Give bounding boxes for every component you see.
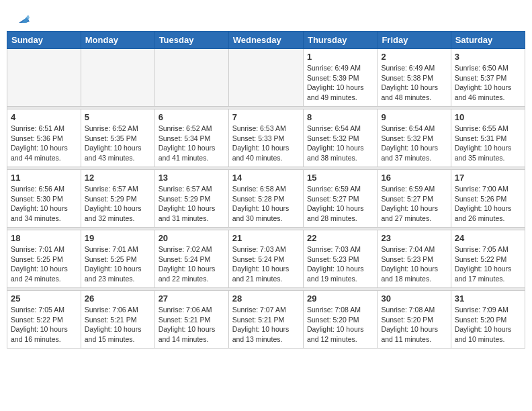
day-cell: 20Sunrise: 7:02 AMSunset: 5:24 PMDayligh… [154, 230, 228, 288]
day-cell: 14Sunrise: 6:58 AMSunset: 5:28 PMDayligh… [228, 170, 303, 228]
day-info: Sunrise: 7:06 AMSunset: 5:21 PMDaylight:… [159, 305, 225, 345]
day-cell [228, 49, 303, 107]
week-row-1: 1Sunrise: 6:49 AMSunset: 5:39 PMDaylight… [7, 49, 525, 107]
day-info: Sunrise: 7:00 AMSunset: 5:26 PMDaylight:… [455, 184, 521, 224]
day-number: 4 [11, 112, 77, 122]
day-number: 24 [455, 233, 521, 243]
day-number: 29 [307, 293, 373, 304]
day-cell: 29Sunrise: 7:08 AMSunset: 5:20 PMDayligh… [303, 291, 377, 349]
day-info: Sunrise: 7:03 AMSunset: 5:23 PMDaylight:… [307, 244, 373, 284]
day-number: 19 [85, 233, 151, 243]
day-info: Sunrise: 6:49 AMSunset: 5:38 PMDaylight:… [381, 63, 447, 103]
day-info: Sunrise: 6:54 AMSunset: 5:32 PMDaylight:… [307, 124, 373, 163]
day-info: Sunrise: 6:56 AMSunset: 5:30 PMDaylight:… [11, 184, 77, 224]
day-info: Sunrise: 7:08 AMSunset: 5:20 PMDaylight:… [307, 305, 373, 345]
day-cell: 26Sunrise: 7:06 AMSunset: 5:21 PMDayligh… [81, 291, 154, 349]
day-number: 16 [381, 173, 447, 183]
calendar: SundayMondayTuesdayWednesdayThursdayFrid… [7, 31, 525, 349]
day-info: Sunrise: 7:05 AMSunset: 5:22 PMDaylight:… [11, 305, 77, 345]
col-header-tuesday: Tuesday [154, 32, 228, 49]
col-header-sunday: Sunday [7, 32, 81, 49]
week-row-3: 11Sunrise: 6:56 AMSunset: 5:30 PMDayligh… [7, 170, 525, 228]
day-cell: 25Sunrise: 7:05 AMSunset: 5:22 PMDayligh… [7, 291, 81, 349]
day-number: 8 [307, 112, 373, 122]
day-number: 30 [381, 293, 447, 304]
day-info: Sunrise: 6:59 AMSunset: 5:27 PMDaylight:… [307, 184, 373, 224]
page-header [7, 7, 525, 27]
day-info: Sunrise: 7:03 AMSunset: 5:24 PMDaylight:… [232, 244, 300, 284]
day-cell [154, 49, 228, 107]
day-cell: 1Sunrise: 6:49 AMSunset: 5:39 PMDaylight… [303, 49, 377, 107]
day-info: Sunrise: 7:01 AMSunset: 5:25 PMDaylight:… [11, 244, 77, 284]
day-cell: 5Sunrise: 6:52 AMSunset: 5:35 PMDaylight… [81, 109, 154, 167]
day-number: 12 [85, 173, 151, 183]
day-cell: 2Sunrise: 6:49 AMSunset: 5:38 PMDaylight… [378, 49, 451, 107]
day-number: 21 [232, 233, 300, 243]
week-row-4: 18Sunrise: 7:01 AMSunset: 5:25 PMDayligh… [7, 230, 525, 288]
day-info: Sunrise: 6:50 AMSunset: 5:37 PMDaylight:… [455, 63, 521, 103]
day-info: Sunrise: 6:57 AMSunset: 5:29 PMDaylight:… [85, 184, 151, 224]
day-cell: 24Sunrise: 7:05 AMSunset: 5:22 PMDayligh… [451, 230, 525, 288]
day-info: Sunrise: 7:06 AMSunset: 5:21 PMDaylight:… [85, 305, 151, 345]
logo-icon [15, 12, 30, 24]
day-info: Sunrise: 7:01 AMSunset: 5:25 PMDaylight:… [85, 244, 151, 284]
day-number: 9 [381, 112, 447, 122]
day-cell: 30Sunrise: 7:08 AMSunset: 5:20 PMDayligh… [378, 291, 451, 349]
day-number: 18 [11, 233, 77, 243]
day-info: Sunrise: 7:07 AMSunset: 5:21 PMDaylight:… [232, 305, 300, 345]
day-cell: 19Sunrise: 7:01 AMSunset: 5:25 PMDayligh… [81, 230, 154, 288]
day-info: Sunrise: 6:55 AMSunset: 5:31 PMDaylight:… [455, 124, 521, 163]
day-number: 14 [232, 173, 300, 183]
week-row-5: 25Sunrise: 7:05 AMSunset: 5:22 PMDayligh… [7, 291, 525, 349]
day-number: 22 [307, 233, 373, 243]
day-cell: 22Sunrise: 7:03 AMSunset: 5:23 PMDayligh… [303, 230, 377, 288]
day-cell: 7Sunrise: 6:53 AMSunset: 5:33 PMDaylight… [228, 109, 303, 167]
week-row-2: 4Sunrise: 6:51 AMSunset: 5:36 PMDaylight… [7, 109, 525, 167]
day-cell: 16Sunrise: 6:59 AMSunset: 5:27 PMDayligh… [378, 170, 451, 228]
day-cell: 15Sunrise: 6:59 AMSunset: 5:27 PMDayligh… [303, 170, 377, 228]
day-number: 11 [11, 173, 77, 183]
day-number: 13 [159, 173, 225, 183]
day-number: 26 [85, 293, 151, 304]
day-number: 20 [159, 233, 225, 243]
day-cell: 9Sunrise: 6:54 AMSunset: 5:32 PMDaylight… [378, 109, 451, 167]
day-number: 6 [159, 112, 225, 122]
day-cell: 10Sunrise: 6:55 AMSunset: 5:31 PMDayligh… [451, 109, 525, 167]
day-cell: 28Sunrise: 7:07 AMSunset: 5:21 PMDayligh… [228, 291, 303, 349]
day-number: 5 [85, 112, 151, 122]
day-cell [81, 49, 154, 107]
day-cell: 12Sunrise: 6:57 AMSunset: 5:29 PMDayligh… [81, 170, 154, 228]
day-cell: 18Sunrise: 7:01 AMSunset: 5:25 PMDayligh… [7, 230, 81, 288]
day-cell: 31Sunrise: 7:09 AMSunset: 5:20 PMDayligh… [451, 291, 525, 349]
day-info: Sunrise: 6:57 AMSunset: 5:29 PMDaylight:… [159, 184, 225, 224]
day-number: 27 [159, 293, 225, 304]
col-header-friday: Friday [378, 32, 451, 49]
day-info: Sunrise: 6:51 AMSunset: 5:36 PMDaylight:… [11, 124, 77, 163]
day-number: 17 [455, 173, 521, 183]
col-header-monday: Monday [81, 32, 154, 49]
day-info: Sunrise: 7:04 AMSunset: 5:23 PMDaylight:… [381, 244, 447, 284]
day-info: Sunrise: 6:49 AMSunset: 5:39 PMDaylight:… [307, 63, 373, 103]
day-number: 1 [307, 52, 373, 62]
col-header-wednesday: Wednesday [228, 32, 303, 49]
day-info: Sunrise: 7:02 AMSunset: 5:24 PMDaylight:… [159, 244, 225, 284]
day-info: Sunrise: 7:08 AMSunset: 5:20 PMDaylight:… [381, 305, 447, 345]
day-cell: 23Sunrise: 7:04 AMSunset: 5:23 PMDayligh… [378, 230, 451, 288]
day-number: 25 [11, 293, 77, 304]
calendar-header-row: SundayMondayTuesdayWednesdayThursdayFrid… [7, 32, 525, 49]
day-info: Sunrise: 6:52 AMSunset: 5:35 PMDaylight:… [85, 124, 151, 163]
day-number: 3 [455, 52, 521, 62]
logo [13, 12, 30, 24]
day-number: 10 [455, 112, 521, 122]
day-info: Sunrise: 6:52 AMSunset: 5:34 PMDaylight:… [159, 124, 225, 163]
day-cell: 11Sunrise: 6:56 AMSunset: 5:30 PMDayligh… [7, 170, 81, 228]
day-number: 7 [232, 112, 300, 122]
day-cell: 13Sunrise: 6:57 AMSunset: 5:29 PMDayligh… [154, 170, 228, 228]
day-number: 23 [381, 233, 447, 243]
day-cell [7, 49, 81, 107]
day-info: Sunrise: 6:53 AMSunset: 5:33 PMDaylight:… [232, 124, 300, 163]
day-cell: 8Sunrise: 6:54 AMSunset: 5:32 PMDaylight… [303, 109, 377, 167]
day-info: Sunrise: 6:59 AMSunset: 5:27 PMDaylight:… [381, 184, 447, 224]
col-header-saturday: Saturday [451, 32, 525, 49]
col-header-thursday: Thursday [303, 32, 377, 49]
